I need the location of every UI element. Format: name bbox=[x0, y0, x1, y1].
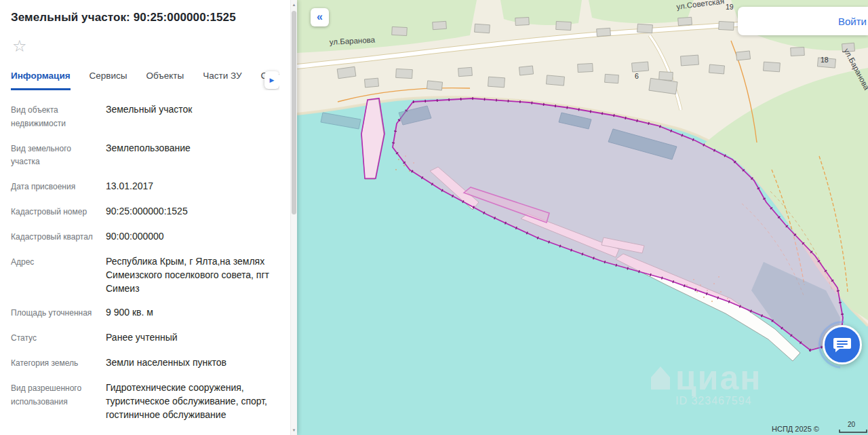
watermark-id: ID 323467594 bbox=[675, 395, 752, 406]
field-value: Гидротехнические сооружения, туристическ… bbox=[106, 381, 279, 422]
field-value: Республика Крым, г Ялта,на землях Симеиз… bbox=[106, 254, 279, 296]
info-row: Категория земель Земли населенных пункто… bbox=[11, 356, 279, 371]
field-label: Площадь уточненная bbox=[11, 305, 106, 320]
field-value: Ранее учтенный bbox=[106, 330, 279, 345]
info-panel: Земельный участок: 90:25:000000:1525 ☆ И… bbox=[0, 0, 297, 435]
info-rows: Вид объекта недвижимости Земельный участ… bbox=[11, 102, 279, 422]
favorite-star-icon[interactable]: ☆ bbox=[12, 38, 27, 54]
info-row: Вид объекта недвижимости Земельный участ… bbox=[11, 102, 279, 131]
scroll-up-icon[interactable]: ▲ bbox=[292, 0, 296, 10]
attribution-text: НСПД 2025 © bbox=[772, 425, 819, 433]
house-number: 19 bbox=[726, 3, 734, 11]
chat-bubble-icon bbox=[833, 337, 852, 353]
field-value: Землепользование bbox=[106, 141, 279, 170]
info-row: Кадастровый квартал 90:00:000000 bbox=[11, 229, 279, 244]
login-button[interactable]: Войти bbox=[831, 13, 868, 30]
scale-value: 20 bbox=[848, 421, 856, 428]
field-label: Вид земельного участка bbox=[11, 141, 106, 170]
page-title: Земельный участок: 90:25:000000:1525 bbox=[11, 11, 279, 24]
field-value: Земельный участок bbox=[106, 102, 279, 131]
field-value: Земли населенных пунктов bbox=[106, 356, 279, 371]
field-value: 9 900 кв. м bbox=[106, 305, 279, 320]
scrollbar-thumb[interactable] bbox=[292, 11, 296, 214]
map-area[interactable]: ул.Советская 19 ул.Баранова ул.Баранова … bbox=[297, 0, 868, 435]
info-row: Вид разрешенного использования Гидротехн… bbox=[11, 381, 279, 422]
tab-services[interactable]: Сервисы bbox=[90, 64, 127, 90]
field-value: 90:25:000000:1525 bbox=[106, 204, 279, 219]
chat-button[interactable] bbox=[823, 325, 862, 364]
login-bar: Войти bbox=[738, 7, 868, 35]
info-row: Кадастровый номер 90:25:000000:1525 bbox=[11, 204, 279, 219]
field-label: Категория земель bbox=[11, 356, 106, 371]
info-row: Статус Ранее учтенный bbox=[11, 330, 279, 345]
field-value: 13.01.2017 bbox=[106, 179, 279, 194]
field-label: Адрес bbox=[11, 254, 106, 296]
panel-scrollbar[interactable]: ▲ ▼ bbox=[290, 0, 297, 435]
scroll-down-icon[interactable]: ▼ bbox=[292, 425, 296, 435]
map-canvas[interactable]: ул.Советская 19 ул.Баранова ул.Баранова … bbox=[297, 0, 868, 435]
tab-information[interactable]: Информация bbox=[11, 64, 71, 90]
field-label: Кадастровый номер bbox=[11, 204, 106, 219]
field-label: Кадастровый квартал bbox=[11, 229, 106, 244]
info-row: Адрес Республика Крым, г Ялта,на землях … bbox=[11, 254, 279, 296]
info-row: Площадь уточненная 9 900 кв. м bbox=[11, 305, 279, 320]
house-number: 18 bbox=[821, 56, 829, 64]
tabs-bar: Информация Сервисы Объекты Части ЗУ Сост… bbox=[11, 64, 279, 90]
house-number: 6 bbox=[635, 72, 639, 80]
info-row: Вид земельного участка Землепользование bbox=[11, 141, 279, 170]
tab-objects[interactable]: Объекты bbox=[146, 64, 184, 90]
panel-content: Земельный участок: 90:25:000000:1525 ☆ И… bbox=[0, 0, 290, 435]
field-label: Вид разрешенного использования bbox=[11, 381, 106, 422]
field-label: Дата присвоения bbox=[11, 179, 106, 194]
field-label: Статус bbox=[11, 330, 106, 345]
chevron-right-icon: ▶ bbox=[270, 77, 275, 83]
chevrons-left-icon: « bbox=[317, 11, 323, 23]
field-label: Вид объекта недвижимости bbox=[11, 102, 106, 131]
info-row: Дата присвоения 13.01.2017 bbox=[11, 179, 279, 194]
collapse-panel-button[interactable]: « bbox=[311, 8, 329, 26]
tab-parts-zu[interactable]: Части ЗУ bbox=[203, 64, 241, 90]
watermark-text: циан bbox=[675, 359, 762, 397]
field-value: 90:00:000000 bbox=[106, 229, 279, 244]
tabs-scroll-right-button[interactable]: ▶ bbox=[264, 71, 279, 89]
